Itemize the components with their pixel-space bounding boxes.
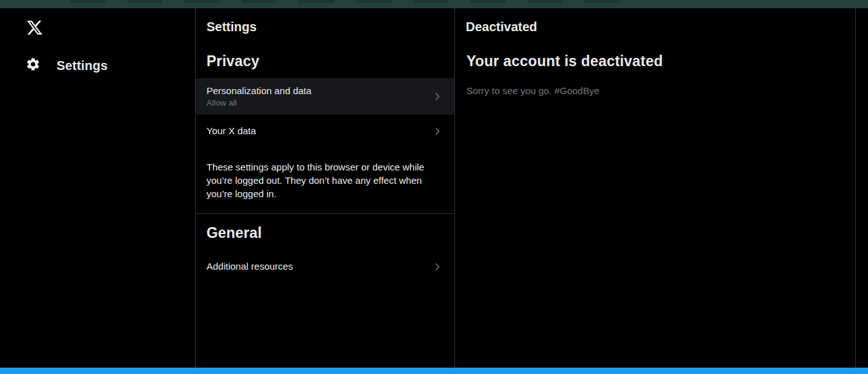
general-section: General Additional resources (196, 213, 454, 283)
chevron-right-icon (431, 125, 444, 137)
detail-column: Deactivated Your account is deactivated … (455, 8, 856, 368)
x-logo[interactable] (26, 19, 43, 36)
browser-tab-shade (527, 0, 563, 3)
privacy-section: Privacy Personalization and data Allow a… (196, 34, 454, 213)
browser-tab-shade (470, 0, 506, 3)
browser-tab-shade (70, 0, 105, 3)
browser-tab-shade (184, 0, 220, 3)
settings-row-personalization-and-data[interactable]: Personalization and data Allow all (196, 78, 454, 114)
section-heading-general: General (207, 224, 444, 242)
row-label: Your X data (207, 125, 256, 137)
settings-row-your-x-data[interactable]: Your X data (196, 114, 454, 148)
settings-column-title: Settings (196, 8, 454, 34)
browser-tab-shade (127, 0, 163, 3)
main-content: Settings Settings Privacy Personalizatio… (0, 8, 868, 368)
browser-tab-shade (585, 0, 620, 3)
row-value: Allow all (207, 97, 311, 108)
detail-column-title: Deactivated (455, 8, 855, 34)
sidebar-item-label: Settings (57, 59, 108, 73)
settings-row-additional-resources[interactable]: Additional resources (196, 250, 454, 283)
privacy-note: These settings apply to this browser or … (196, 148, 454, 213)
deactivated-heading: Your account is deactivated (466, 52, 844, 70)
deactivated-message: Sorry to see you go. #GoodBye (466, 85, 844, 97)
chevron-right-icon (431, 261, 444, 273)
row-label: Personalization and data (207, 85, 311, 97)
sidebar-item-settings[interactable]: Settings (25, 57, 195, 74)
browser-tab-shade (241, 0, 277, 3)
sidebar: Settings (0, 8, 196, 368)
bottom-accent-bar (0, 368, 868, 374)
row-text: Personalization and data Allow all (207, 85, 311, 108)
section-heading-privacy: Privacy (207, 52, 444, 70)
settings-column: Settings Privacy Personalization and dat… (196, 8, 455, 368)
row-label: Additional resources (207, 260, 293, 273)
browser-tab-shade (356, 0, 391, 3)
browser-tab-shade (413, 0, 449, 3)
gear-icon (25, 57, 41, 74)
scrollbar-gutter[interactable] (856, 8, 868, 368)
browser-top-strip (0, 0, 868, 8)
browser-tab-shade (299, 0, 334, 3)
chevron-right-icon (431, 90, 444, 102)
